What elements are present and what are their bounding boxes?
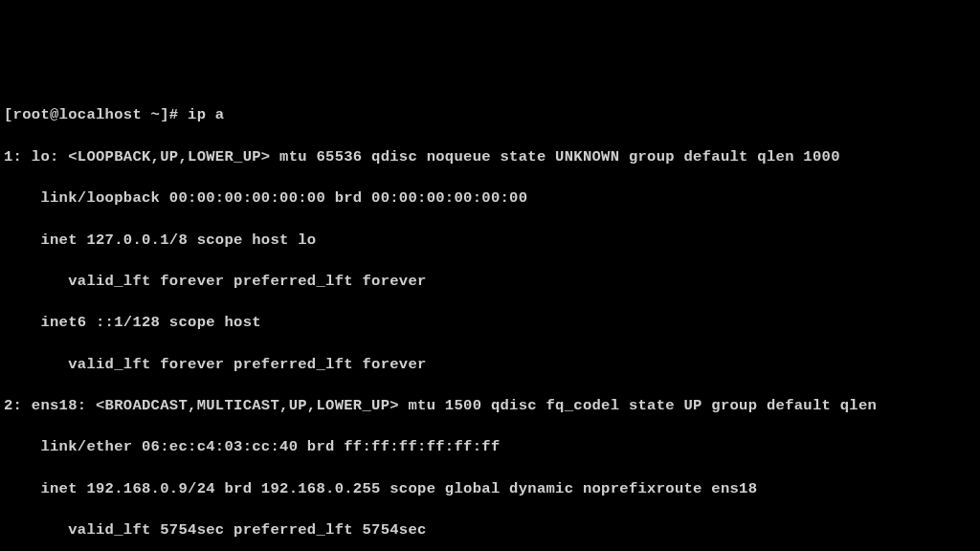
shell-prompt: [root@localhost ~]#	[4, 106, 188, 123]
iface-ens18-inet: inet 192.168.0.9/24 brd 192.168.0.255 sc…	[4, 479, 976, 500]
command-text: ip a	[188, 106, 224, 123]
iface-ens18-valid: valid_lft 5754sec preferred_lft 5754sec	[4, 520, 976, 541]
iface-lo-valid: valid_lft forever preferred_lft forever	[4, 272, 976, 293]
iface-lo-inet6: inet6 ::1/128 scope host	[4, 313, 976, 334]
iface-lo-valid2: valid_lft forever preferred_lft forever	[4, 355, 976, 376]
iface-ens18-header: 2: ens18: <BROADCAST,MULTICAST,UP,LOWER_…	[4, 396, 976, 417]
iface-lo-inet: inet 127.0.0.1/8 scope host lo	[4, 231, 976, 252]
terminal-output[interactable]: [root@localhost ~]# ip a 1: lo: <LOOPBAC…	[4, 85, 976, 551]
iface-lo-header: 1: lo: <LOOPBACK,UP,LOWER_UP> mtu 65536 …	[4, 147, 976, 168]
iface-lo-link: link/loopback 00:00:00:00:00:00 brd 00:0…	[4, 188, 976, 209]
prompt-line: [root@localhost ~]# ip a	[4, 105, 976, 126]
iface-ens18-link: link/ether 06:ec:c4:03:cc:40 brd ff:ff:f…	[4, 437, 976, 458]
